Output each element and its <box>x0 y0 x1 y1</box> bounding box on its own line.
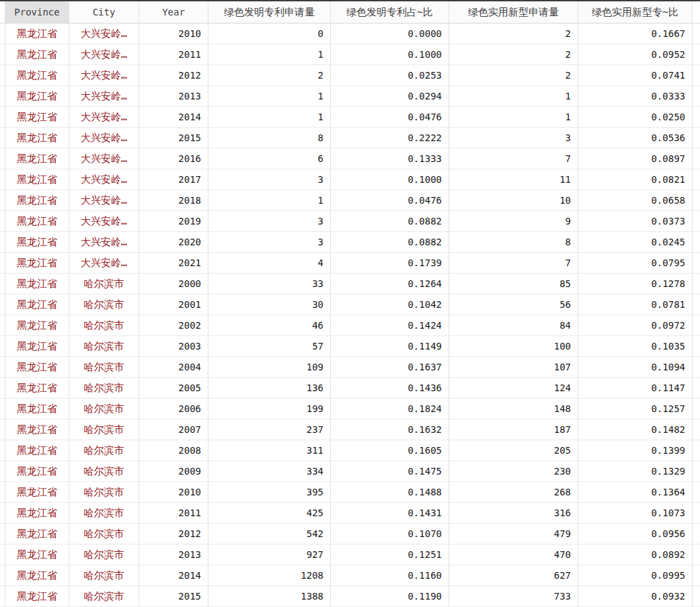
table-cell: 黑龙江省 <box>5 253 69 274</box>
column-header-0[interactable]: Province <box>5 1 69 24</box>
table-cell: 黑龙江省 <box>5 149 69 169</box>
column-header-3[interactable]: 绿色发明专利申请量 <box>208 1 331 24</box>
column-header-5[interactable]: 绿色实用新型申请量 <box>449 1 578 24</box>
table-cell: 0.1278 <box>578 274 693 294</box>
table-row: 黑龙江省哈尔滨市20093340.14752300.1329 <box>0 461 700 482</box>
row-gutter-right <box>693 65 700 86</box>
table-cell: 0.1070 <box>331 524 449 544</box>
table-cell: 2013 <box>139 544 208 565</box>
row-gutter-left <box>0 274 5 294</box>
row-gutter-left <box>0 336 5 357</box>
table-cell: 2011 <box>139 44 208 65</box>
table-cell: 0.1073 <box>578 503 693 524</box>
table-cell: 大兴安岭… <box>69 128 139 149</box>
table-cell: 11 <box>449 169 578 190</box>
table-cell: 1 <box>449 107 578 128</box>
table-cell: 0.1475 <box>331 461 449 482</box>
row-gutter-left <box>0 544 5 565</box>
table-cell: 黑龙江省 <box>5 419 69 440</box>
table-cell: 0.0821 <box>578 169 693 190</box>
table-cell: 230 <box>449 461 578 482</box>
row-gutter-left <box>0 44 5 65</box>
table-cell: 205 <box>449 440 578 461</box>
table-row: 黑龙江省大兴安岭…201310.029410.0333 <box>0 86 700 107</box>
table-cell: 334 <box>208 461 331 482</box>
table-cell: 0.0294 <box>331 86 449 107</box>
column-header-4[interactable]: 绿色发明专利占~比 <box>331 1 449 24</box>
table-cell: 7 <box>449 149 578 169</box>
row-gutter-left <box>0 1 5 24</box>
table-cell: 大兴安岭… <box>69 232 139 253</box>
table-cell: 哈尔滨市 <box>69 440 139 461</box>
row-gutter-right <box>693 544 700 565</box>
table-cell: 黑龙江省 <box>5 482 69 503</box>
table-cell: 0.1824 <box>331 399 449 419</box>
table-cell: 黑龙江省 <box>5 544 69 565</box>
table-row: 黑龙江省哈尔滨市20125420.10704790.0956 <box>0 524 700 544</box>
table-cell: 0.1399 <box>578 440 693 461</box>
table-row: 黑龙江省大兴安岭…201000.000020.1667 <box>0 24 700 44</box>
table-cell: 148 <box>449 399 578 419</box>
table-cell: 0.0882 <box>331 232 449 253</box>
table-cell: 237 <box>208 419 331 440</box>
row-gutter-right <box>693 211 700 232</box>
table-cell: 0.0253 <box>331 65 449 86</box>
table-cell: 0.1424 <box>331 315 449 336</box>
row-gutter-right <box>693 336 700 357</box>
row-gutter-left <box>0 586 5 607</box>
row-gutter-right <box>693 440 700 461</box>
table-row: 黑龙江省大兴安岭…201110.100020.0952 <box>0 44 700 65</box>
table-cell: 8 <box>449 232 578 253</box>
table-cell: 0.1257 <box>578 399 693 419</box>
table-cell: 大兴安岭… <box>69 107 139 128</box>
row-gutter-left <box>0 294 5 315</box>
table-cell: 3 <box>208 211 331 232</box>
table-cell: 大兴安岭… <box>69 253 139 274</box>
table-cell: 哈尔滨市 <box>69 461 139 482</box>
table-cell: 0.0250 <box>578 107 693 128</box>
table-cell: 黑龙江省 <box>5 565 69 586</box>
table-cell: 2010 <box>139 482 208 503</box>
row-gutter-right <box>693 190 700 211</box>
row-gutter-right <box>693 128 700 149</box>
table-cell: 2007 <box>139 419 208 440</box>
row-gutter-right <box>693 253 700 274</box>
table-cell: 0.1190 <box>331 586 449 607</box>
table-cell: 黑龙江省 <box>5 336 69 357</box>
table-cell: 2004 <box>139 357 208 378</box>
table-cell: 0.1035 <box>578 336 693 357</box>
data-table: ProvinceCityYear绿色发明专利申请量绿色发明专利占~比绿色实用新型… <box>0 1 700 607</box>
table-cell: 0.0476 <box>331 190 449 211</box>
table-cell: 哈尔滨市 <box>69 503 139 524</box>
table-cell: 85 <box>449 274 578 294</box>
column-header-1[interactable]: City <box>69 1 139 24</box>
table-cell: 1208 <box>208 565 331 586</box>
column-header-2[interactable]: Year <box>139 1 208 24</box>
row-gutter-left <box>0 378 5 399</box>
table-row: 黑龙江省哈尔滨市201513880.11907330.0932 <box>0 586 700 607</box>
table-cell: 7 <box>449 253 578 274</box>
table-cell: 哈尔滨市 <box>69 274 139 294</box>
table-row: 黑龙江省哈尔滨市201412080.11606270.0995 <box>0 565 700 586</box>
table-cell: 大兴安岭… <box>69 65 139 86</box>
table-cell: 136 <box>208 378 331 399</box>
table-cell: 0.0245 <box>578 232 693 253</box>
table-cell: 黑龙江省 <box>5 524 69 544</box>
table-cell: 2020 <box>139 232 208 253</box>
table-cell: 627 <box>449 565 578 586</box>
table-cell: 黑龙江省 <box>5 128 69 149</box>
table-cell: 316 <box>449 503 578 524</box>
row-gutter-right <box>693 149 700 169</box>
table-row: 黑龙江省大兴安岭…201810.0476100.0658 <box>0 190 700 211</box>
column-header-6[interactable]: 绿色实用新型专~比 <box>578 1 693 24</box>
table-cell: 哈尔滨市 <box>69 482 139 503</box>
table-cell: 2015 <box>139 128 208 149</box>
row-gutter-right <box>693 169 700 190</box>
table-cell: 2015 <box>139 586 208 607</box>
row-gutter-left <box>0 524 5 544</box>
table-cell: 56 <box>449 294 578 315</box>
table-cell: 哈尔滨市 <box>69 378 139 399</box>
table-cell: 2 <box>449 65 578 86</box>
table-cell: 0.1160 <box>331 565 449 586</box>
table-cell: 0 <box>208 24 331 44</box>
